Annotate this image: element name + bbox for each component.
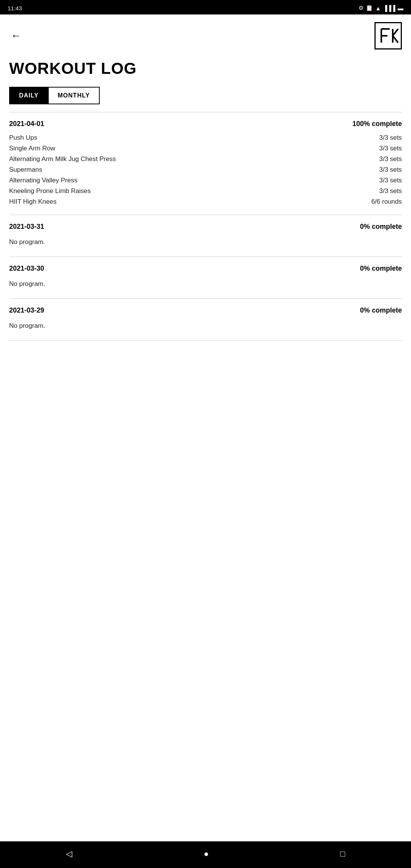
settings-icon: ⚙ <box>358 5 363 11</box>
exercise-name: Kneeling Prone Limb Raises <box>9 187 91 195</box>
no-program-text: No program. <box>9 237 45 247</box>
log-completion: 0% complete <box>360 223 402 231</box>
log-entry-2021-03-30: 2021-03-30 0% complete No program. <box>9 257 402 299</box>
exercise-sets: 3/3 sets <box>379 155 402 163</box>
exercise-row: Alternating Arm Milk Jug Chest Press 3/3… <box>9 154 402 164</box>
no-program-row: No program. <box>9 277 402 291</box>
exercise-sets: 6/6 rounds <box>371 198 402 206</box>
log-date: 2021-03-30 <box>9 265 44 273</box>
signal-icon: ▐▐▐ <box>383 5 395 11</box>
nav-bar: ◁ ● □ <box>0 841 411 868</box>
log-entry-header: 2021-04-01 100% complete <box>9 120 402 128</box>
header: ← <box>0 14 411 53</box>
svg-line-5 <box>393 36 398 43</box>
exercise-row: Supermans 3/3 sets <box>9 164 402 175</box>
no-program-row: No program. <box>9 235 402 249</box>
exercise-sets: 3/3 sets <box>379 166 402 174</box>
log-entry-header: 2021-03-31 0% complete <box>9 223 402 231</box>
status-time: 11:43 <box>8 5 22 11</box>
exercise-sets: 3/3 sets <box>379 134 402 142</box>
exercise-row: Single Arm Row 3/3 sets <box>9 143 402 154</box>
nav-home-icon: ● <box>204 849 209 859</box>
svg-line-4 <box>393 29 398 36</box>
log-date: 2021-04-01 <box>9 120 44 128</box>
log-completion: 0% complete <box>360 265 402 273</box>
wifi-icon: ▲ <box>375 5 381 11</box>
log-entry-header: 2021-03-29 0% complete <box>9 306 402 314</box>
fk-logo-svg <box>377 24 400 47</box>
exercise-name: Alternating Arm Milk Jug Chest Press <box>9 155 116 163</box>
tabs-container: DAILY MONTHLY <box>0 87 411 112</box>
status-bar: 11:43 ⚙ 📋 ▲ ▐▐▐ ▬ <box>0 0 411 14</box>
exercise-sets: 3/3 sets <box>379 177 402 184</box>
battery-icon: ▬ <box>398 5 403 11</box>
tab-monthly[interactable]: MONTHLY <box>48 87 100 104</box>
nav-recents-button[interactable]: □ <box>331 846 354 862</box>
exercise-sets: 3/3 sets <box>379 145 402 152</box>
log-scroll-area[interactable]: 2021-04-01 100% complete Push Ups 3/3 se… <box>0 112 411 841</box>
nav-back-icon: ◁ <box>66 849 72 859</box>
exercise-name: HIIT High Knees <box>9 198 56 206</box>
exercise-name: Alternating Valley Press <box>9 177 77 184</box>
log-date: 2021-03-29 <box>9 306 44 314</box>
log-entry-2021-03-31: 2021-03-31 0% complete No program. <box>9 215 402 257</box>
exercise-sets: 3/3 sets <box>379 187 402 195</box>
log-completion: 100% complete <box>352 120 402 128</box>
tab-daily[interactable]: DAILY <box>9 87 48 104</box>
log-entry-header: 2021-03-30 0% complete <box>9 265 402 273</box>
time-display: 11:43 <box>8 5 22 11</box>
log-entry-2021-03-29: 2021-03-29 0% complete No program. <box>9 299 402 341</box>
log-entry-2021-04-01: 2021-04-01 100% complete Push Ups 3/3 se… <box>9 112 402 215</box>
status-icons: ⚙ 📋 ▲ ▐▐▐ ▬ <box>358 5 403 11</box>
no-program-text: No program. <box>9 321 45 331</box>
exercise-row: Push Ups 3/3 sets <box>9 132 402 143</box>
exercise-name: Supermans <box>9 166 42 174</box>
exercise-row: HIIT High Knees 6/6 rounds <box>9 196 402 207</box>
sim-icon: 📋 <box>366 5 373 11</box>
log-completion: 0% complete <box>360 306 402 314</box>
nav-recents-icon: □ <box>340 849 345 859</box>
page-title: WORKOUT LOG <box>0 53 411 87</box>
nav-home-button[interactable]: ● <box>194 846 218 862</box>
back-arrow-icon: ← <box>11 30 21 42</box>
exercise-row: Kneeling Prone Limb Raises 3/3 sets <box>9 186 402 196</box>
main-content: ← WORKOUT LOG DAILY MONTHLY <box>0 14 411 841</box>
exercise-name: Push Ups <box>9 134 37 142</box>
app-logo <box>374 22 402 49</box>
no-program-text: No program. <box>9 279 45 289</box>
exercise-name: Single Arm Row <box>9 145 55 152</box>
back-button[interactable]: ← <box>9 28 23 43</box>
nav-back-button[interactable]: ◁ <box>57 846 81 862</box>
log-date: 2021-03-31 <box>9 223 44 231</box>
no-program-row: No program. <box>9 319 402 333</box>
exercise-row: Alternating Valley Press 3/3 sets <box>9 175 402 186</box>
